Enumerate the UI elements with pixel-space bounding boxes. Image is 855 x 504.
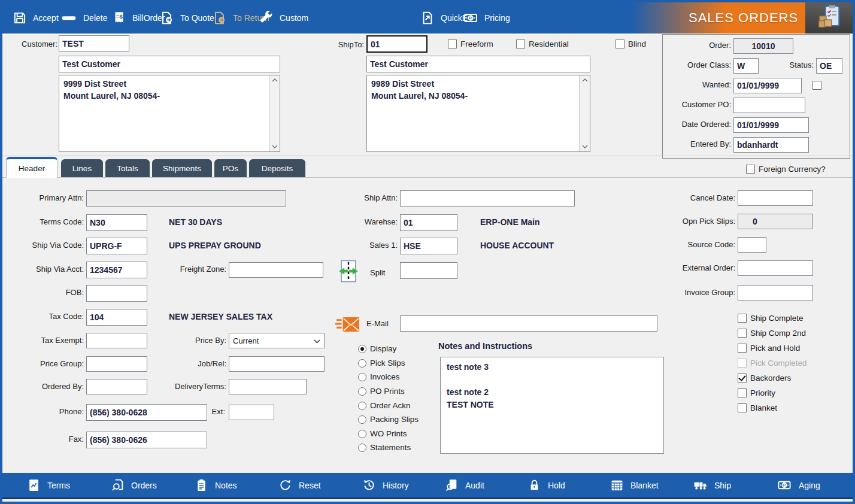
notes-box: test note 3 test note 2 TEST NOTE (440, 357, 664, 454)
audit-button[interactable]: $ Audit (444, 473, 484, 497)
split-input[interactable] (400, 262, 457, 279)
reset-button[interactable]: Reset (278, 473, 321, 497)
shipto-name-input[interactable] (366, 56, 590, 72)
foreign-currency-checkbox[interactable] (746, 165, 755, 174)
invoices-radio[interactable] (358, 373, 366, 381)
price-by-select[interactable]: Current (229, 333, 325, 348)
job-rel-input[interactable] (229, 356, 325, 372)
priority-checkbox[interactable] (738, 388, 747, 397)
email-input[interactable] (400, 315, 657, 332)
order-ackn-radio[interactable] (358, 402, 366, 410)
invoice-group-input[interactable] (738, 285, 813, 300)
tab-totals[interactable]: Totals (105, 159, 150, 178)
sales1-desc: HOUSE ACCOUNT (480, 241, 554, 250)
pricing-button[interactable]: $ Pricing (462, 2, 510, 34)
backorders-checkbox[interactable] (738, 374, 747, 382)
residential-checkbox[interactable] (516, 40, 525, 48)
blanket-checkbox[interactable] (738, 403, 747, 412)
aging-button[interactable]: $ Aging (776, 473, 820, 497)
billorder-button[interactable]: =$ BillOrder (111, 2, 165, 34)
history-button[interactable]: History (362, 473, 409, 497)
sales1-input[interactable] (400, 238, 457, 254)
pick-slips-radio[interactable] (358, 359, 366, 368)
date-ordered-input[interactable] (733, 117, 809, 133)
po-prints-radio[interactable] (358, 387, 366, 396)
entered-by-input[interactable] (733, 137, 809, 153)
tab-shipments[interactable]: Shipments (152, 159, 212, 178)
freight-zone-input[interactable] (229, 262, 323, 278)
phone-label: Phone: (2, 407, 84, 416)
customer-po-input[interactable] (733, 98, 805, 113)
scroll-up-icon[interactable] (580, 75, 590, 85)
customer-name-input[interactable] (59, 56, 280, 72)
order-ackn-radio-label: Order Ackn (370, 401, 411, 410)
ship-via-desc: UPS PREPAY GROUND (169, 241, 261, 250)
shipto-address-scrollbar[interactable] (579, 75, 590, 151)
delivery-terms-input[interactable] (229, 379, 307, 394)
customer-address-scrollbar[interactable] (269, 75, 280, 151)
delete-button[interactable]: Delete (60, 2, 107, 34)
custom-button[interactable]: Custom (259, 2, 308, 34)
statements-radio[interactable] (358, 444, 366, 452)
scroll-down-icon[interactable] (269, 142, 280, 151)
customer-address-input[interactable]: 9999 Dist Street Mount Laurel, NJ 08054- (59, 75, 277, 151)
scroll-up-icon[interactable] (269, 75, 280, 85)
split-warehouse-icon[interactable] (338, 260, 359, 285)
shipto-code-input[interactable] (366, 35, 428, 53)
cancel-date-input[interactable] (738, 190, 813, 206)
customer-code-input[interactable] (59, 35, 129, 51)
ordered-by-input[interactable] (86, 379, 147, 394)
pick-and-hold-checkbox[interactable] (738, 344, 747, 353)
price-group-input[interactable] (86, 356, 147, 372)
fax-input[interactable] (86, 432, 207, 448)
tab-header[interactable]: Header (6, 157, 57, 178)
tax-exempt-input[interactable] (86, 333, 147, 348)
warehouse-input[interactable] (400, 214, 457, 231)
tax-code-input[interactable] (86, 309, 147, 326)
orders-button[interactable]: Orders (110, 473, 157, 497)
wanted-date-input[interactable] (733, 78, 802, 93)
packing-slips-radio[interactable] (358, 415, 366, 424)
freeform-checkbox[interactable] (448, 40, 457, 48)
ship-comp-2nd-checkbox[interactable] (738, 329, 747, 338)
ship-via-acct-input[interactable] (86, 262, 147, 278)
bill-order-icon: =$ (111, 10, 127, 26)
customer-label: Customer: (8, 40, 57, 48)
external-order-input[interactable] (738, 260, 813, 276)
tab-deposits[interactable]: Deposits (249, 159, 305, 178)
ship-via-code-input[interactable] (86, 238, 147, 254)
tab-pos[interactable]: POs (214, 159, 247, 178)
quicke-button[interactable]: QuickE (420, 2, 468, 34)
ship-button[interactable]: Ship (692, 473, 731, 497)
freeform-label: Freeform (460, 40, 493, 48)
terms-button[interactable]: Terms (26, 473, 70, 497)
fob-input[interactable] (86, 285, 147, 302)
tab-lines[interactable]: Lines (61, 159, 103, 178)
to-quote-button[interactable]: To Quote (159, 2, 214, 34)
page-title: SALES ORDERS (689, 10, 798, 26)
primary-attn-input[interactable] (86, 190, 286, 207)
accept-button[interactable]: Accept (12, 2, 59, 34)
notes-button[interactable]: Notes (194, 473, 237, 497)
notes-input[interactable]: test note 3 test note 2 TEST NOTE (441, 357, 663, 453)
order-class-input[interactable] (733, 58, 759, 74)
status-field (816, 58, 842, 74)
ship-complete-checkbox[interactable] (738, 314, 747, 323)
send-email-icon[interactable] (335, 314, 360, 337)
blind-checkbox[interactable] (616, 40, 624, 48)
wanted-checkbox[interactable] (812, 81, 821, 90)
display-radio[interactable] (358, 345, 366, 353)
split-label: Split (370, 268, 385, 277)
scroll-down-icon[interactable] (580, 142, 590, 151)
blanket-button[interactable]: Blanket (610, 473, 659, 497)
hold-button[interactable]: Hold (527, 473, 565, 497)
accept-label: Accept (33, 13, 59, 23)
terms-code-input[interactable] (86, 214, 147, 231)
shipto-address-input[interactable]: 9989 Dist Street Mount Laurel, NJ 08054- (367, 75, 587, 151)
source-code-input[interactable] (738, 237, 766, 253)
ext-input[interactable] (229, 405, 274, 420)
ship-attn-input[interactable] (400, 190, 575, 207)
price-by-value: Current (233, 336, 259, 345)
ship-via-code-label: Ship Via Code: (2, 241, 84, 250)
wo-prints-radio[interactable] (358, 430, 366, 438)
